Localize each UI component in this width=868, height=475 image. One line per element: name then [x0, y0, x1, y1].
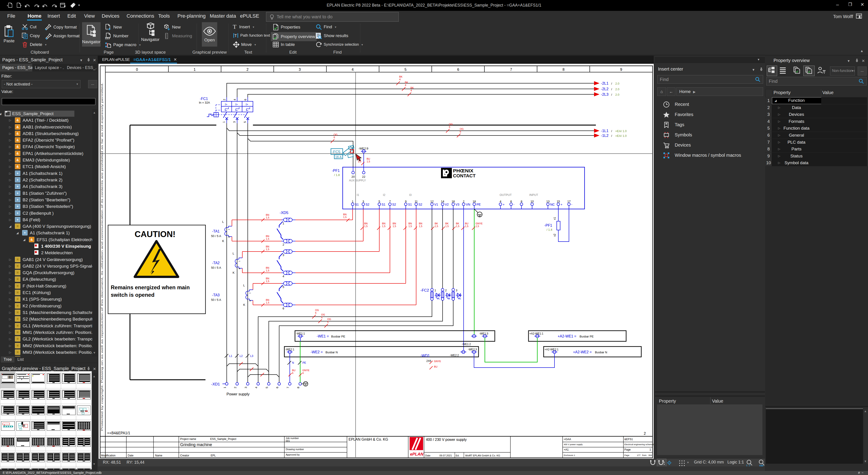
svg-text:BN: BN — [266, 266, 269, 269]
svg-text:Busbar PE: Busbar PE — [580, 335, 594, 338]
svg-text:16: 16 — [452, 200, 455, 203]
svg-text:k: k — [238, 268, 241, 269]
svg-text:3: 3 — [456, 289, 457, 292]
svg-text:VN: VN — [466, 203, 470, 206]
svg-text:BN: BN — [364, 222, 368, 225]
svg-text:/: / — [611, 82, 612, 85]
svg-text:400 / 230 V power supply: 400 / 230 V power supply — [426, 438, 467, 442]
svg-text:OG: OG — [327, 318, 331, 321]
svg-text:Enclosure 1: Enclosure 1 — [564, 454, 575, 456]
svg-text:BK: BK — [405, 81, 408, 84]
svg-text:PE: PE — [476, 203, 481, 206]
svg-text:-1L2: -1L2 — [601, 133, 609, 138]
svg-text:1,5: 1,5 — [266, 269, 269, 272]
svg-text:-WE2:1: -WE2:1 — [285, 348, 294, 351]
svg-text:6: 6 — [283, 307, 284, 310]
svg-text:-: - — [513, 203, 515, 206]
svg-text:2: 2 — [223, 99, 226, 100]
svg-text:ESS_Sample_Project: ESS_Sample_Project — [210, 438, 237, 441]
svg-text:BU: BU — [434, 365, 437, 368]
svg-text:5: 5 — [283, 285, 284, 289]
svg-text:13: 13 — [546, 200, 550, 203]
svg-text:-PF1: -PF1 — [332, 169, 340, 173]
svg-text:9: 9 — [620, 68, 622, 71]
svg-text:BU: BU — [367, 157, 370, 160]
svg-text:4: 4 — [410, 89, 412, 92]
svg-text:L: L — [222, 220, 224, 224]
svg-text:1,5: 1,5 — [266, 237, 269, 240]
svg-text:INPUT: INPUT — [529, 193, 538, 197]
svg-text:2: 2 — [445, 289, 447, 292]
svg-text:/: / — [611, 93, 612, 96]
svg-text:I>: I> — [225, 103, 227, 106]
svg-text:16 A: 16 A — [335, 155, 342, 159]
svg-text:50 / 5 A: 50 / 5 A — [211, 266, 221, 269]
svg-text:l: l — [238, 261, 241, 262]
svg-text:17: 17 — [567, 200, 570, 203]
svg-text:BN: BN — [419, 222, 422, 225]
svg-text:K: K — [232, 271, 235, 274]
svg-text:V2: V2 — [445, 203, 449, 206]
svg-text:Page: Page — [624, 448, 631, 451]
svg-text:1: 1 — [352, 200, 353, 203]
svg-text:1: 1 — [434, 289, 436, 292]
svg-text:20: 20 — [351, 175, 355, 178]
svg-text:1,5: 1,5 — [408, 225, 412, 228]
svg-text:1,5: 1,5 — [456, 225, 459, 228]
svg-text:GNYE: GNYE — [303, 369, 309, 372]
svg-text:Date: Date — [128, 454, 133, 457]
svg-text:-: - — [571, 203, 572, 206]
svg-text:/ 1.4: / 1.4 — [547, 228, 552, 231]
svg-text:-FC5: -FC5 — [332, 150, 340, 154]
svg-text:1: 1 — [223, 387, 226, 388]
svg-text:+: + — [503, 203, 504, 206]
svg-text:S1: S1 — [355, 203, 359, 206]
svg-text:/: / — [611, 129, 612, 133]
svg-text:-WE2:2: -WE2:2 — [450, 354, 459, 357]
svg-text:L3: L3 — [250, 354, 253, 358]
svg-text:Busbar N: Busbar N — [326, 351, 338, 354]
svg-text:3: 3 — [244, 387, 248, 388]
svg-text:BN: BN — [266, 277, 269, 280]
svg-text:EPLAN GmbH & Co. KG: EPLAN GmbH & Co. KG — [348, 438, 388, 441]
svg-text:123: 123 — [105, 36, 110, 39]
svg-text:-2L2: -2L2 — [601, 87, 609, 91]
svg-text:8: 8 — [297, 387, 300, 388]
svg-text:L2: L2 — [240, 354, 243, 358]
svg-text:x1: x1 — [553, 217, 556, 220]
svg-text:18: 18 — [473, 200, 476, 203]
svg-text:11: 11 — [414, 200, 418, 203]
svg-text:Project name: Project name — [180, 438, 196, 441]
svg-text:-FC1: -FC1 — [200, 97, 208, 101]
svg-text:BK: BK — [410, 86, 414, 89]
svg-text:GNYE: GNYE — [475, 222, 483, 225]
svg-text:5: 5 — [405, 68, 407, 71]
svg-text:5: 5 — [378, 200, 380, 203]
svg-text:BN: BN — [408, 222, 412, 225]
svg-text:2: 2 — [247, 68, 249, 71]
svg-text:N: N — [292, 361, 294, 364]
svg-text:1,5: 1,5 — [445, 225, 449, 228]
svg-text:Grinding machine: Grinding machine — [180, 442, 212, 447]
svg-text:12: 12 — [430, 200, 434, 203]
svg-text:x2: x2 — [553, 234, 556, 237]
svg-text:S2: S2 — [418, 203, 422, 206]
svg-text:4: 4 — [405, 84, 406, 86]
svg-text:1: 1 — [222, 121, 225, 123]
svg-text:I2: I2 — [383, 193, 385, 197]
svg-text:9: 9 — [405, 200, 406, 203]
svg-text:Busbar PE: Busbar PE — [331, 335, 345, 338]
svg-text:S1: S1 — [381, 203, 385, 206]
svg-text:1: 1 — [283, 222, 284, 225]
svg-text:-TA1: -TA1 — [212, 229, 220, 233]
svg-text:6: 6 — [292, 372, 293, 374]
svg-text:Page: Page — [624, 454, 629, 456]
svg-text:2: 2 — [234, 387, 237, 388]
svg-text:177 from 304: 177 from 304 — [637, 454, 652, 456]
svg-text:=EA/ 1.0: =EA/ 1.0 — [615, 134, 627, 138]
svg-text:l: l — [249, 293, 251, 293]
svg-text:400 V power supply: 400 V power supply — [564, 443, 583, 446]
svg-text:-1L1: -1L1 — [601, 129, 609, 133]
svg-text:BN: BN — [266, 245, 269, 248]
svg-text:-WE2:3: -WE2:3 — [468, 348, 477, 351]
